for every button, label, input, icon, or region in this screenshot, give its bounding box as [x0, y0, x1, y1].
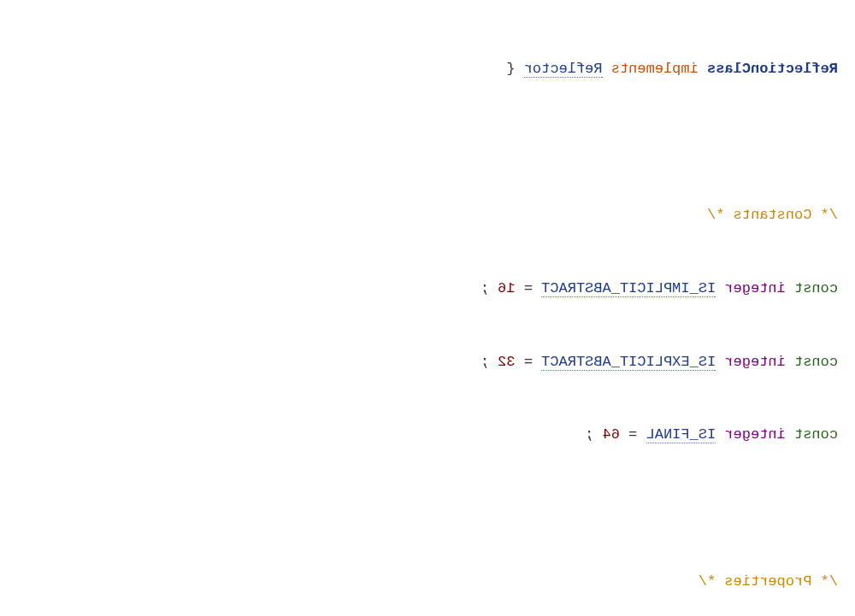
constant-line: const integer IS_FINAL = 64 ;: [17, 423, 838, 448]
class-synopsis: ReflectionClass implements Reflector { /…: [17, 9, 838, 616]
constant-link[interactable]: IS_IMPLICIT_ABSTRACT: [541, 280, 716, 297]
interface-link[interactable]: Reflector: [524, 61, 603, 78]
constant-line: const integer IS_IMPLICIT_ABSTRACT = 16 …: [17, 277, 838, 302]
constant-link[interactable]: IS_EXPLICIT_ABSTRACT: [541, 354, 716, 371]
open-brace: {: [506, 61, 515, 77]
constant-line: const integer IS_EXPLICIT_ABSTRACT = 32 …: [17, 350, 838, 375]
class-name: ReflectionClass: [707, 61, 838, 77]
constant-link[interactable]: IS_FINAL: [646, 426, 716, 443]
class-declaration-line: ReflectionClass implements Reflector {: [17, 57, 838, 82]
keyword-implements: implements: [611, 61, 699, 77]
constants-comment: /* Constants */: [17, 203, 838, 228]
properties-comment: /* Properties */: [17, 570, 838, 595]
